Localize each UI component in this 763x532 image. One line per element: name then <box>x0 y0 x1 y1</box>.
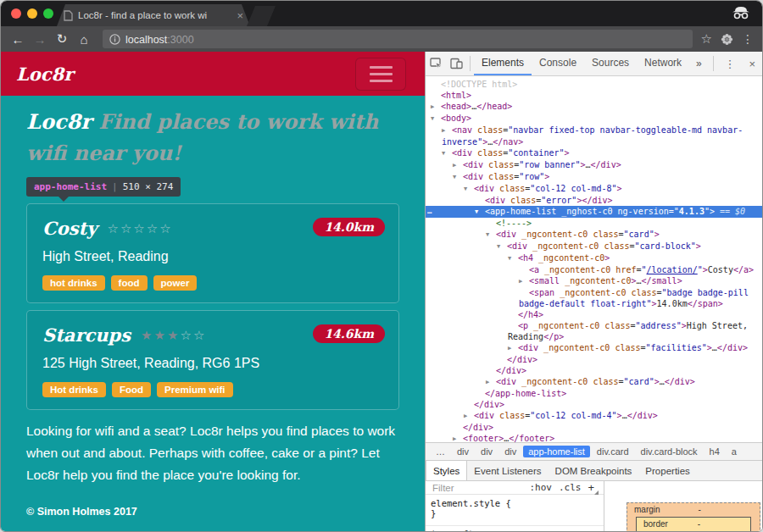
styles-filter-input[interactable] <box>431 482 522 494</box>
dom-tree-line[interactable]: ▼<body> <box>426 113 762 125</box>
inspect-element-icon[interactable] <box>426 53 446 74</box>
breadcrumb-a[interactable]: a <box>727 446 742 457</box>
breadcrumb-div[interactable]: div <box>499 446 521 457</box>
close-window-button[interactable] <box>11 8 21 19</box>
breadcrumb-app-home-list[interactable]: app-home-list <box>523 446 590 457</box>
more-tabs-icon[interactable]: » <box>689 58 709 69</box>
breadcrumb-divcard-block[interactable]: div.card-block <box>636 446 703 457</box>
collapse-arrow-icon[interactable]: ▼ <box>486 230 496 241</box>
home-button[interactable]: ⌂ <box>74 29 94 49</box>
devtools-tab-elements[interactable]: Elements <box>474 52 532 75</box>
forward-button[interactable]: → <box>30 29 50 49</box>
navbar-brand[interactable]: Loc8r <box>16 64 73 85</box>
collapse-arrow-icon[interactable]: ▼ <box>475 207 485 218</box>
devtools-close-icon[interactable]: × <box>742 58 762 70</box>
expand-arrow-icon[interactable]: ▶ <box>464 411 474 422</box>
browser-menu-icon[interactable]: ⋮ <box>742 32 754 46</box>
border-top-value[interactable]: - <box>698 519 744 529</box>
matched-css-rule[interactable]: *, ::after, bootstrap.min.css:6 <box>426 525 604 532</box>
dom-tree-line[interactable]: </h4> <box>426 309 762 320</box>
element-style-rule[interactable]: element.style { } <box>426 495 604 525</box>
browser-tab[interactable]: Loc8r - find a place to work wi × <box>57 4 250 26</box>
device-toolbar-icon[interactable] <box>446 53 466 74</box>
dom-tree-line[interactable]: </div> <box>426 422 762 433</box>
expand-arrow-icon[interactable]: ▶ <box>453 160 463 171</box>
dom-tree-line[interactable]: ▼<div class="container"> <box>426 147 762 159</box>
dom-tree-line[interactable]: ▶<div class="col-12 col-md-4">…</div> <box>426 410 762 422</box>
sidebar-tab-dom-breakpoints[interactable]: DOM Breakpoints <box>549 461 639 480</box>
minimize-window-button[interactable] <box>27 8 37 19</box>
dom-tree-line[interactable]: ▼<div class="col-12 col-md-8"> <box>426 183 762 195</box>
dom-tree-line[interactable]: ▼<div class="row"> <box>426 171 762 183</box>
dom-tree-line[interactable]: <a _ngcontent-c0 href="/location/">Costy… <box>426 264 762 275</box>
dom-tree-line[interactable]: <p _ngcontent-c0 class="address">High St… <box>426 320 762 342</box>
sidebar-tab-styles[interactable]: Styles <box>426 461 467 480</box>
page-info-icon[interactable] <box>109 34 120 45</box>
collapse-arrow-icon[interactable]: ▼ <box>497 241 507 252</box>
back-button[interactable]: ← <box>8 29 28 49</box>
dom-tree-line[interactable]: ▶<div _ngcontent-c0 class="facilities">…… <box>426 342 762 354</box>
dom-tree-line[interactable]: ▶<footer>…</footer> <box>426 433 762 442</box>
collapse-arrow-icon[interactable]: ▼ <box>453 172 463 183</box>
dom-tree-line[interactable]: </div> <box>426 365 762 376</box>
element-classes-button[interactable]: .cls <box>559 482 582 493</box>
dom-tree-line[interactable]: ▼<div _ngcontent-c0 class="card-block"> <box>426 241 762 252</box>
devtools-tab-network[interactable]: Network <box>637 52 689 75</box>
toggle-element-state-button[interactable]: :hov <box>529 482 552 493</box>
breadcrumb-[interactable]: … <box>431 446 450 457</box>
collapse-arrow-icon[interactable]: ▼ <box>464 184 474 195</box>
devtools-tab-sources[interactable]: Sources <box>584 52 637 75</box>
dom-tree-line[interactable]: <span _ngcontent-c0 class="badge badge-p… <box>426 287 762 309</box>
breadcrumb-divcard[interactable]: div.card <box>592 446 634 457</box>
expand-arrow-icon[interactable]: ▶ <box>508 343 518 354</box>
hero-heading: Loc8r Find places to work with wifi near… <box>26 106 413 169</box>
breadcrumb-div[interactable]: div <box>476 446 498 457</box>
dom-tree-line[interactable]: ▶<nav class="navbar fixed-top navbar-tog… <box>426 125 762 147</box>
dom-tree-line[interactable]: ▼<div _ngcontent-c0 class="card"> <box>426 229 762 241</box>
address-bar[interactable]: localhost:3000 <box>103 30 693 48</box>
expand-arrow-icon[interactable]: ▶ <box>442 125 452 136</box>
dom-tree-line[interactable]: <div class="error"></div> <box>426 195 762 206</box>
extension-icon[interactable] <box>721 33 733 46</box>
tab-close-icon[interactable]: × <box>237 10 243 21</box>
box-model-border[interactable]: border- padding <box>636 517 751 532</box>
dom-tree-line[interactable]: <!DOCTYPE html> <box>426 79 762 90</box>
box-model-margin[interactable]: margin- border- padding <box>627 502 760 532</box>
new-tab-button[interactable] <box>247 6 276 26</box>
dom-tree-line[interactable]: <!----> <box>426 218 762 229</box>
location-name-link[interactable]: Starcups <box>42 324 131 346</box>
refresh-button[interactable]: ↻ <box>52 29 72 49</box>
dom-tree-line[interactable]: ▶<head>…</head> <box>426 101 762 113</box>
devtools-tab-console[interactable]: Console <box>532 52 584 75</box>
bookmark-star-icon[interactable]: ☆ <box>701 31 712 47</box>
dom-tree-line[interactable]: </app-home-list> <box>426 388 762 399</box>
overflow-dots-icon[interactable]: … <box>427 206 432 217</box>
expand-arrow-icon[interactable]: ▶ <box>453 434 463 442</box>
dom-tree-line[interactable]: ▶<div class="row banner">…</div> <box>426 159 762 171</box>
breadcrumb-div[interactable]: div <box>452 446 474 457</box>
breadcrumb-h4[interactable]: h4 <box>705 446 725 457</box>
collapse-arrow-icon[interactable]: ▼ <box>442 148 452 159</box>
dom-tree-line[interactable]: </div> <box>426 354 762 365</box>
sidebar-tab-properties[interactable]: Properties <box>638 461 696 480</box>
dom-tree-line[interactable]: ▶<div _ngcontent-c0 class="card">…</div> <box>426 376 762 388</box>
zoom-window-button[interactable] <box>43 8 53 19</box>
new-style-rule-button[interactable]: + <box>588 481 599 494</box>
expand-arrow-icon[interactable]: ▶ <box>486 377 496 388</box>
dom-tree-line[interactable]: </div> <box>426 399 762 410</box>
collapse-arrow-icon[interactable]: ▼ <box>508 253 518 264</box>
dom-tree-line[interactable]: ▼<h4 _ngcontent-c0> <box>426 252 762 264</box>
devtools-tabs: ElementsConsoleSourcesNetwork <box>474 52 689 75</box>
dom-tree-line[interactable]: ▶<small _ngcontent-c0>…</small> <box>426 275 762 287</box>
expand-arrow-icon[interactable]: ▶ <box>431 102 441 113</box>
star-icon: ☆ <box>133 221 146 236</box>
sidebar-tab-event-listeners[interactable]: Event Listeners <box>467 461 548 480</box>
expand-arrow-icon[interactable]: ▶ <box>519 276 529 287</box>
devtools-menu-icon[interactable]: ⋮ <box>717 58 742 70</box>
location-name-link[interactable]: Costy <box>42 218 97 239</box>
dom-tree-line[interactable]: …▼<app-home-list _nghost-c0 ng-version="… <box>426 206 762 218</box>
navbar-toggler-button[interactable] <box>355 58 406 91</box>
dom-tree-line[interactable]: <html> <box>426 90 762 101</box>
margin-top-value[interactable]: - <box>699 505 753 514</box>
collapse-arrow-icon[interactable]: ▼ <box>431 114 441 125</box>
